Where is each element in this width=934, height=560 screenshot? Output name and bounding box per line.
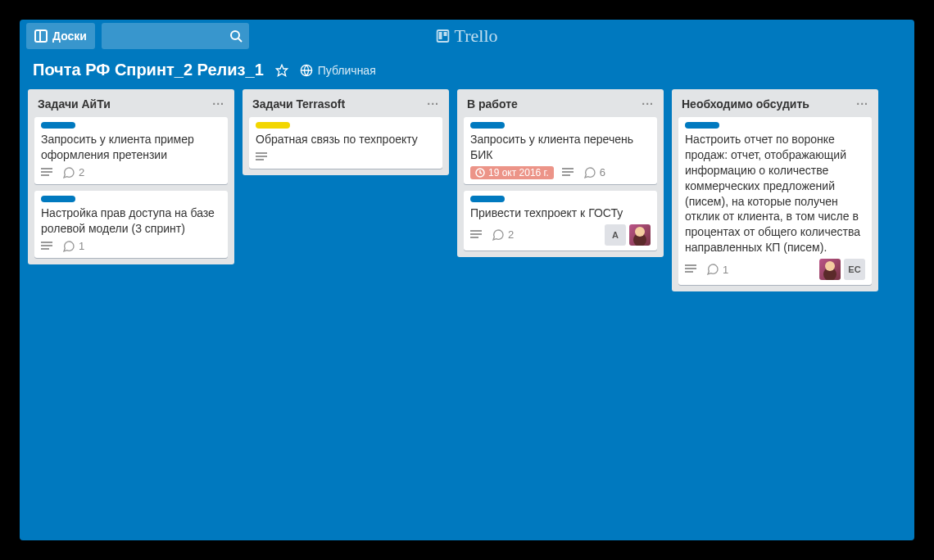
svg-rect-28 — [685, 271, 693, 273]
description-icon — [41, 166, 54, 179]
list: Необходимо обсудить···Настроить отчет по… — [672, 89, 878, 291]
comments-count: 6 — [600, 166, 605, 178]
logo-text: Trello — [455, 25, 498, 47]
card-badges: 2А — [470, 224, 651, 246]
label — [685, 122, 719, 129]
board-name[interactable]: Почта РФ Спринт_2 Релиз_1 — [33, 61, 264, 79]
svg-rect-27 — [685, 268, 696, 269]
list-name[interactable]: Задачи Terrasoft — [252, 97, 345, 111]
comments-badge: 6 — [583, 166, 605, 179]
list: Задачи Terrasoft···Обратная связь по тех… — [243, 89, 449, 175]
board-header: Почта РФ Спринт_2 Релиз_1 Публичная — [20, 52, 914, 89]
label — [470, 196, 505, 202]
comments-badge: 1 — [706, 263, 728, 276]
board-canvas: Задачи АйТи···Запросить у клиента пример… — [20, 89, 914, 300]
svg-rect-12 — [41, 174, 49, 176]
svg-rect-5 — [439, 32, 442, 39]
description-icon — [562, 166, 575, 179]
topbar: Доски Trello — [20, 20, 914, 52]
svg-rect-15 — [41, 248, 49, 250]
svg-rect-6 — [444, 32, 447, 36]
search-box[interactable] — [102, 23, 249, 49]
visibility-button[interactable]: Публичная — [300, 64, 376, 77]
due-date-text: 19 окт 2016 г. — [488, 167, 549, 178]
svg-line-3 — [238, 38, 242, 42]
label — [256, 122, 290, 129]
svg-marker-7 — [276, 65, 287, 75]
list-menu-button[interactable]: ··· — [212, 97, 224, 111]
description-icon — [685, 263, 698, 276]
card-labels — [470, 196, 651, 202]
card[interactable]: Настройка прав доступа на базе ролевой м… — [34, 191, 228, 258]
boards-button-label: Доски — [52, 29, 87, 43]
svg-rect-17 — [256, 156, 267, 157]
list-name[interactable]: Необходимо обсудить — [682, 97, 809, 111]
comments-count: 2 — [79, 166, 84, 178]
list-header: Задачи Terrasoft··· — [249, 96, 442, 117]
label — [41, 122, 75, 129]
svg-rect-21 — [562, 171, 574, 173]
card-title: Запросить у клиента перечень БИК — [470, 132, 651, 163]
app-frame: Доски Trello Почта РФ Спринт_2 Релиз_1 П… — [20, 20, 914, 540]
label — [41, 196, 75, 202]
comments-badge: 2 — [492, 228, 514, 242]
comments-badge: 2 — [62, 166, 84, 179]
list-name[interactable]: Задачи АйТи — [38, 97, 111, 111]
boards-icon — [34, 29, 48, 43]
card-labels — [256, 122, 436, 129]
list-menu-button[interactable]: ··· — [642, 97, 654, 111]
label — [470, 122, 505, 129]
svg-rect-18 — [256, 159, 264, 160]
list-name[interactable]: В работе — [467, 97, 518, 111]
card-badges: 19 окт 2016 г.6 — [470, 166, 651, 179]
card-members: А — [605, 224, 651, 246]
member-initials[interactable]: ЕС — [844, 259, 865, 280]
card[interactable]: Запросить у клиента пример оформления пр… — [34, 117, 228, 184]
svg-rect-11 — [41, 171, 52, 173]
card-labels — [470, 122, 651, 129]
list: В работе···Запросить у клиента перечень … — [457, 89, 664, 257]
card-title: Обратная связь по техпроекту — [256, 132, 436, 147]
list-header: Задачи АйТи··· — [34, 96, 228, 117]
list-header: Необходимо обсудить··· — [678, 96, 872, 117]
svg-rect-16 — [256, 152, 267, 154]
card-title: Настройка прав доступа на базе ролевой м… — [41, 205, 221, 237]
card-title: Запросить у клиента пример оформления пр… — [41, 132, 221, 163]
visibility-label: Публичная — [318, 64, 376, 77]
svg-rect-10 — [41, 168, 52, 169]
card[interactable]: Настроить отчет по воронке продаж: отчет… — [678, 117, 872, 285]
svg-point-2 — [231, 31, 239, 39]
card-badges — [256, 151, 436, 164]
list-menu-button[interactable]: ··· — [856, 97, 868, 111]
card[interactable]: Обратная связь по техпроекту — [249, 117, 442, 169]
comments-badge: 1 — [62, 240, 84, 253]
card[interactable]: Запросить у клиента перечень БИК19 окт 2… — [464, 117, 657, 184]
card-labels — [41, 122, 221, 129]
list: Задачи АйТи···Запросить у клиента пример… — [28, 89, 234, 264]
svg-rect-13 — [41, 242, 52, 243]
card-title: Настроить отчет по воронке продаж: отчет… — [685, 132, 865, 255]
card[interactable]: Привести техпроект к ГОСТу2А — [464, 191, 657, 251]
card-badges: 1 — [41, 240, 221, 253]
logo-icon — [437, 29, 450, 43]
member-avatar[interactable] — [629, 224, 651, 246]
member-avatar[interactable] — [819, 259, 841, 280]
svg-rect-25 — [470, 237, 478, 238]
card-badges: 1ЕС — [685, 259, 865, 280]
comments-count: 1 — [79, 240, 84, 252]
member-initials[interactable]: А — [605, 224, 626, 246]
svg-rect-26 — [685, 264, 696, 266]
star-button[interactable] — [275, 64, 288, 77]
boards-button[interactable]: Доски — [26, 23, 95, 49]
description-icon — [470, 228, 483, 242]
card-title: Привести техпроект к ГОСТу — [470, 205, 651, 221]
list-header: В работе··· — [464, 96, 657, 117]
description-icon — [256, 151, 269, 164]
search-input[interactable] — [102, 23, 249, 49]
list-menu-button[interactable]: ··· — [427, 97, 439, 111]
svg-rect-14 — [41, 245, 52, 246]
comments-count: 1 — [723, 264, 728, 276]
description-icon — [41, 240, 54, 253]
logo[interactable]: Trello — [437, 25, 498, 47]
search-icon — [229, 29, 243, 43]
